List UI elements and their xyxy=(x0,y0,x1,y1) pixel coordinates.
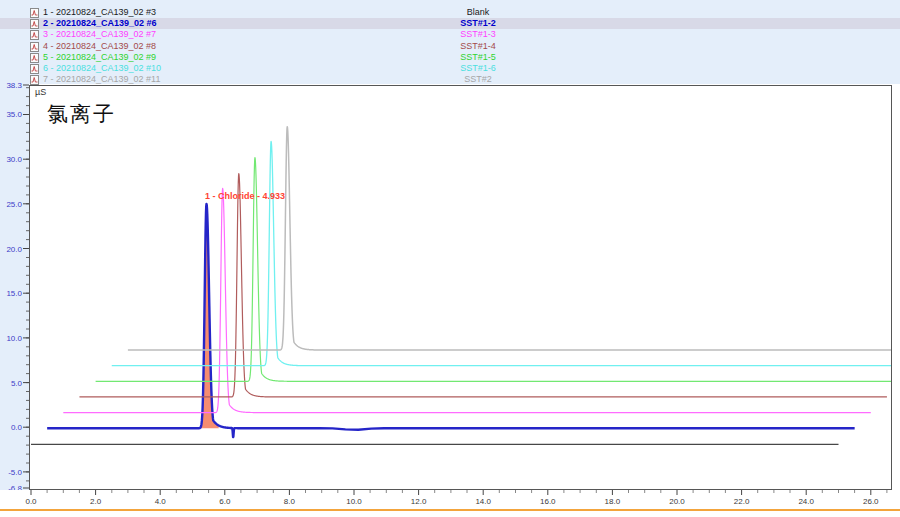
x-tick-label: 12.0 xyxy=(404,497,434,506)
y-unit-label: µS xyxy=(35,87,46,97)
legend-row[interactable]: 4 - 20210824_CA139_02 #8SST#1-4 xyxy=(0,41,900,52)
chromatogram-file-icon xyxy=(30,42,39,52)
legend-row[interactable]: 7 - 20210824_CA139_02 #11SST#2 xyxy=(0,74,900,85)
x-tick-label: 14.0 xyxy=(468,497,498,506)
y-tick-label: 15.0 xyxy=(0,289,22,298)
legend-injection-label: 3 - 20210824_CA139_02 #7 xyxy=(43,29,156,40)
chromatogram-file-icon xyxy=(30,30,39,40)
x-tick-label: 8.0 xyxy=(274,497,304,506)
trace-SST#1-2 xyxy=(47,204,855,437)
chromatogram-overlay-window: 1 - 20210824_CA139_02 #3Blank2 - 2021082… xyxy=(0,0,900,517)
chart-title: 氯离子 xyxy=(47,100,116,128)
chromatogram-traces xyxy=(30,86,891,489)
x-tick-label: 16.0 xyxy=(533,497,563,506)
legend-row[interactable]: 6 - 20210824_CA139_02 #10SST#1-6 xyxy=(0,63,900,74)
trace-SST#1-3 xyxy=(63,188,871,412)
x-tick-label: 22.0 xyxy=(727,497,757,506)
chromatogram-file-icon xyxy=(30,75,39,85)
legend-row[interactable]: 3 - 20210824_CA139_02 #7SST#1-3 xyxy=(0,29,900,40)
trace-SST#1-6 xyxy=(112,141,891,365)
x-axis: 0.02.04.06.08.010.012.014.016.018.020.02… xyxy=(0,490,900,510)
x-axis-ticks xyxy=(0,490,900,498)
legend-injection-label: 2 - 20210824_CA139_02 #6 xyxy=(43,18,157,29)
y-tick-label: 25.0 xyxy=(0,200,22,209)
y-tick-label: 20.0 xyxy=(0,245,22,254)
x-tick-label: 26.0 xyxy=(856,497,886,506)
legend-injection-label: 5 - 20210824_CA139_02 #9 xyxy=(43,52,156,63)
chromatogram-file-icon xyxy=(30,8,39,18)
x-tick-label: 24.0 xyxy=(791,497,821,506)
legend-sample-name: Blank xyxy=(430,7,526,18)
legend-injection-label: 6 - 20210824_CA139_02 #10 xyxy=(43,63,161,74)
y-tick-label: 5.0 xyxy=(0,379,22,388)
y-tick-label: 30.0 xyxy=(0,155,22,164)
x-tick-label: 20.0 xyxy=(662,497,692,506)
legend-injection-label: 4 - 20210824_CA139_02 #8 xyxy=(43,41,156,52)
pane-bottom-rule xyxy=(0,509,900,511)
legend-row[interactable]: 2 - 20210824_CA139_02 #6SST#1-2 xyxy=(0,18,900,29)
x-tick-label: 18.0 xyxy=(597,497,627,506)
legend-row[interactable]: 5 - 20210824_CA139_02 #9SST#1-5 xyxy=(0,52,900,63)
chart-plot-area[interactable] xyxy=(29,85,892,490)
chromatogram-file-icon xyxy=(30,53,39,63)
chromatogram-file-icon xyxy=(30,64,39,74)
legend-sample-name: SST#1-5 xyxy=(430,52,526,63)
x-tick-label: 2.0 xyxy=(81,497,111,506)
legend-row[interactable]: 1 - 20210824_CA139_02 #3Blank xyxy=(0,7,900,18)
legend-sample-name: SST#1-2 xyxy=(430,18,526,29)
peak-annotation: 1 - Chloride - 4.933 xyxy=(205,191,285,201)
injection-legend: 1 - 20210824_CA139_02 #3Blank2 - 2021082… xyxy=(0,0,900,84)
y-axis: 38.335.030.025.020.015.010.05.00.0-5.0-6… xyxy=(0,84,29,491)
y-tick-label: 10.0 xyxy=(0,334,22,343)
y-tick-label: -5.0 xyxy=(0,468,22,477)
x-tick-label: 10.0 xyxy=(339,497,369,506)
y-tick-label: 38.3 xyxy=(0,81,22,90)
trace-SST#1-4 xyxy=(79,174,887,397)
chromatogram-file-icon xyxy=(30,19,39,29)
legend-sample-name: SST#1-3 xyxy=(430,29,526,40)
legend-injection-label: 7 - 20210824_CA139_02 #11 xyxy=(43,74,160,85)
legend-injection-label: 1 - 20210824_CA139_02 #3 xyxy=(43,7,156,18)
x-tick-label: 6.0 xyxy=(210,497,240,506)
x-tick-label: 4.0 xyxy=(145,497,175,506)
y-tick-label: 0.0 xyxy=(0,423,22,432)
legend-sample-name: SST#1-4 xyxy=(430,41,526,52)
legend-sample-name: SST#2 xyxy=(430,74,526,85)
legend-sample-name: SST#1-6 xyxy=(430,63,526,74)
x-tick-label: 0.0 xyxy=(16,497,46,506)
y-tick-label: 35.0 xyxy=(0,110,22,119)
